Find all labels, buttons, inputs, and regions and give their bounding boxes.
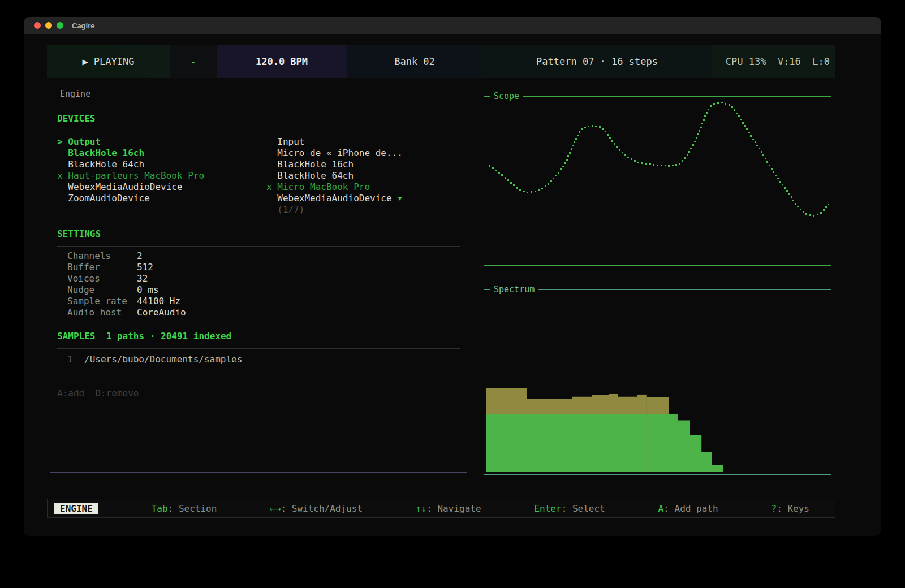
zoom-button[interactable] bbox=[57, 22, 63, 29]
setting-label: Buffer bbox=[67, 262, 137, 273]
bpm-display[interactable]: 120.0 BPM bbox=[217, 45, 347, 78]
setting-value[interactable]: 2 bbox=[137, 250, 143, 261]
key-desc: : Switch/Adjust bbox=[281, 503, 363, 514]
key-hint: Enter: Select bbox=[534, 503, 605, 514]
setting-value[interactable]: 0 ms bbox=[137, 284, 159, 295]
key-desc: : Keys bbox=[777, 503, 809, 514]
scope-panel: Scope bbox=[484, 96, 831, 266]
key-name: Tab bbox=[152, 503, 168, 514]
settings-row[interactable]: Voices32 bbox=[67, 273, 186, 284]
device-row[interactable]: WebexMediaAudioDevice ▾ bbox=[266, 193, 403, 204]
key-name: Enter bbox=[534, 503, 561, 514]
device-row[interactable]: BlackHole 16ch bbox=[57, 148, 204, 159]
input-device-list: Input Micro de « iPhone de... BlackHole … bbox=[266, 136, 403, 215]
key-desc: : Section bbox=[168, 503, 217, 514]
spectrum-panel: Spectrum bbox=[484, 289, 831, 475]
path-index: 1 bbox=[67, 354, 84, 365]
screen: Cagire ▶PLAYING - 120.0 BPM Bank 02 Patt… bbox=[0, 0, 905, 588]
setting-value[interactable]: CoreAudio bbox=[137, 307, 186, 318]
device-row[interactable]: BlackHole 16ch bbox=[266, 159, 403, 170]
device-row[interactable]: > Output bbox=[57, 136, 204, 148]
settings-list: Channels2Buffer512Voices32Nudge0 msSampl… bbox=[67, 250, 186, 318]
key-hint: ↑↓: Navigate bbox=[416, 503, 481, 514]
setting-value[interactable]: 512 bbox=[137, 262, 153, 273]
settings-row[interactable]: Buffer512 bbox=[67, 262, 186, 273]
transport-dash: - bbox=[170, 45, 217, 78]
key-hint: ?: Keys bbox=[772, 503, 809, 514]
transport-label: PLAYING bbox=[94, 56, 135, 67]
scope-waveform-canvas bbox=[484, 97, 831, 265]
divider bbox=[57, 348, 460, 349]
device-row[interactable]: Input bbox=[266, 136, 403, 148]
setting-label: Channels bbox=[67, 250, 137, 262]
device-row[interactable]: (1/7) bbox=[266, 204, 403, 215]
transport-bar: ▶PLAYING - 120.0 BPM Bank 02 Pattern 07 … bbox=[47, 45, 835, 78]
samples-path-list: 1/Users/bubo/Documents/samples bbox=[67, 354, 242, 365]
path-row[interactable]: 1/Users/bubo/Documents/samples bbox=[67, 354, 242, 365]
setting-label: Nudge bbox=[67, 284, 137, 296]
setting-label: Sample rate bbox=[67, 296, 137, 307]
device-row[interactable]: x Haut-parleurs MacBook Pro bbox=[57, 170, 204, 181]
device-row[interactable]: Micro de « iPhone de... bbox=[266, 148, 403, 159]
setting-value[interactable]: 44100 Hz bbox=[137, 296, 180, 306]
settings-row[interactable]: Sample rate44100 Hz bbox=[67, 296, 186, 307]
divider bbox=[57, 132, 460, 132]
cpu-stats: CPU 13% V:16 L:0 bbox=[712, 45, 835, 78]
pattern-display[interactable]: Pattern 07 · 16 steps bbox=[482, 45, 712, 78]
window-title: Cagire bbox=[72, 21, 94, 30]
spectrum-canvas bbox=[484, 290, 831, 474]
mode-badge: ENGINE bbox=[54, 503, 98, 514]
status-bar: ENGINE Tab: Section←→: Switch/Adjust↑↓: … bbox=[47, 499, 835, 518]
setting-label: Voices bbox=[67, 273, 137, 284]
minimize-button[interactable] bbox=[45, 22, 52, 29]
key-name: ↑↓ bbox=[416, 503, 426, 514]
output-device-list: > Output BlackHole 16ch BlackHole 64chx … bbox=[57, 136, 204, 204]
traffic-lights bbox=[34, 22, 63, 29]
transport-status: ▶PLAYING bbox=[47, 45, 170, 78]
device-row[interactable]: BlackHole 64ch bbox=[57, 159, 204, 170]
setting-label: Audio host bbox=[67, 307, 137, 318]
divider bbox=[57, 246, 460, 247]
settings-row[interactable]: Nudge0 ms bbox=[67, 284, 186, 296]
engine-panel-title: Engine bbox=[56, 88, 94, 100]
close-button[interactable] bbox=[34, 22, 41, 29]
play-icon: ▶ bbox=[83, 56, 88, 67]
bank-display[interactable]: Bank 02 bbox=[347, 45, 482, 78]
settings-row[interactable]: Audio hostCoreAudio bbox=[67, 307, 186, 318]
setting-value[interactable]: 32 bbox=[137, 273, 148, 284]
key-name: A bbox=[658, 503, 664, 514]
devices-heading: DEVICES bbox=[57, 113, 95, 124]
key-desc: : Add path bbox=[663, 503, 718, 514]
titlebar: Cagire bbox=[24, 17, 881, 34]
key-hint: A: Add path bbox=[658, 503, 718, 514]
key-hint: ←→: Switch/Adjust bbox=[270, 503, 363, 514]
key-name: ←→ bbox=[270, 503, 281, 514]
device-row[interactable]: BlackHole 64ch bbox=[266, 170, 403, 181]
settings-heading: SETTINGS bbox=[57, 228, 101, 239]
path-text: /Users/bubo/Documents/samples bbox=[84, 354, 242, 365]
device-row[interactable]: x Micro MacBook Pro bbox=[266, 181, 403, 193]
samples-heading: SAMPLES 1 paths · 20491 indexed bbox=[57, 331, 231, 341]
app-window: Cagire ▶PLAYING - 120.0 BPM Bank 02 Patt… bbox=[24, 17, 881, 536]
settings-row[interactable]: Channels2 bbox=[67, 250, 186, 262]
key-name: ? bbox=[772, 503, 777, 514]
key-desc: : Navigate bbox=[426, 503, 481, 514]
device-column-divider bbox=[251, 136, 251, 215]
key-hint: Tab: Section bbox=[152, 503, 217, 514]
samples-hint: A:add D:remove bbox=[57, 388, 139, 399]
key-desc: : Select bbox=[562, 503, 605, 514]
scroll-down-icon: ▾ bbox=[397, 193, 403, 204]
engine-panel: Engine DEVICES > Output BlackHole 16ch B… bbox=[50, 94, 467, 473]
device-row[interactable]: WebexMediaAudioDevice bbox=[57, 181, 204, 193]
device-row[interactable]: ZoomAudioDevice bbox=[57, 193, 204, 204]
